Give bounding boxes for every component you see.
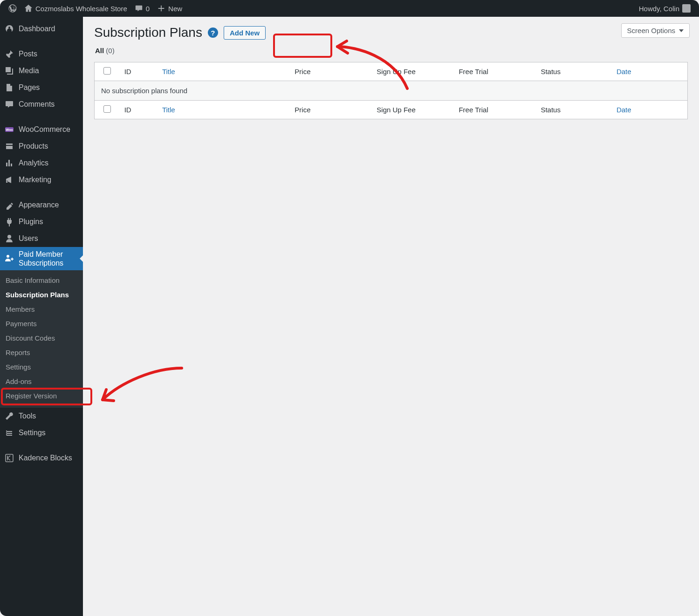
plugins-icon <box>5 217 14 226</box>
col-price: Price <box>290 62 372 81</box>
sidebar-item-users[interactable]: Users <box>0 230 83 247</box>
woocommerce-icon: Woo <box>5 125 14 134</box>
sidebar-item-label: Media <box>19 67 39 75</box>
empty-message: No subscription plans found <box>95 81 688 101</box>
submenu-item-members[interactable]: Members <box>0 302 83 316</box>
submenu-item-basic-info[interactable]: Basic Information <box>0 273 83 287</box>
home-icon <box>24 4 33 13</box>
sidebar-item-label: Plugins <box>19 218 43 226</box>
admin-bar: Cozmoslabs Wholesale Store 0 New Howdy, … <box>0 0 699 17</box>
sidebar-item-dashboard[interactable]: Dashboard <box>0 21 83 37</box>
sidebar-item-media[interactable]: Media <box>0 62 83 79</box>
screen-options-button[interactable]: Screen Options <box>621 23 690 38</box>
sidebar-item-plugins[interactable]: Plugins <box>0 213 83 230</box>
analytics-icon <box>5 158 14 168</box>
submenu-item-register-version[interactable]: Register Version <box>0 389 83 403</box>
subscription-plans-table: ID Title Price Sign Up Fee Free Trial St… <box>94 62 688 119</box>
products-icon <box>5 142 14 151</box>
sidebar-item-label: Dashboard <box>19 25 55 33</box>
sidebar-item-posts[interactable]: Posts <box>0 46 83 62</box>
submenu-item-payments[interactable]: Payments <box>0 316 83 331</box>
sidebar-item-settings[interactable]: Settings <box>0 424 83 441</box>
sidebar-item-comments[interactable]: Comments <box>0 96 83 113</box>
sidebar-item-woocommerce[interactable]: Woo WooCommerce <box>0 121 83 138</box>
media-icon <box>5 66 14 75</box>
plus-icon <box>157 4 165 13</box>
sidebar-item-tools[interactable]: Tools <box>0 408 83 424</box>
settings-icon <box>5 428 14 438</box>
main-content: Screen Options Subscription Plans ? Add … <box>83 17 699 616</box>
sidebar-item-label: Products <box>19 142 48 151</box>
col-date[interactable]: Date <box>612 62 688 81</box>
filter-all-count: (0) <box>106 47 114 55</box>
add-new-button[interactable]: Add New <box>224 26 266 40</box>
svg-text:Woo: Woo <box>6 128 13 131</box>
sidebar-submenu: Basic Information Subscription Plans Mem… <box>0 270 83 408</box>
select-all-checkbox-footer[interactable] <box>103 105 111 113</box>
new-content-link[interactable]: New <box>153 0 186 17</box>
avatar <box>682 4 691 13</box>
wordpress-icon <box>8 4 17 13</box>
sidebar-item-label: Pages <box>19 83 40 92</box>
users-icon <box>5 234 14 243</box>
page-header: Subscription Plans ? Add New <box>94 25 688 40</box>
howdy-text: Howdy, Colin <box>639 5 679 13</box>
dashboard-icon <box>5 24 14 34</box>
submenu-item-reports[interactable]: Reports <box>0 345 83 360</box>
sidebar-item-label: Users <box>19 234 38 243</box>
chevron-down-icon <box>679 29 684 32</box>
sidebar-item-label: Appearance <box>19 201 59 209</box>
admin-sidebar: Dashboard Posts Media Pages Comments Woo… <box>0 17 83 616</box>
filter-all-label: All <box>95 47 104 55</box>
page-title: Subscription Plans <box>94 25 202 40</box>
empty-row: No subscription plans found <box>95 81 688 101</box>
comments-count: 0 <box>146 5 150 13</box>
sidebar-item-analytics[interactable]: Analytics <box>0 155 83 171</box>
sidebar-item-pms[interactable]: Paid Member Subscriptions <box>0 247 83 270</box>
new-label: New <box>168 5 182 13</box>
col-trial: Free Trial <box>454 62 536 81</box>
site-name-link[interactable]: Cozmoslabs Wholesale Store <box>21 0 131 17</box>
pin-icon <box>5 49 14 59</box>
comments-link[interactable]: 0 <box>131 0 153 17</box>
submenu-item-settings[interactable]: Settings <box>0 360 83 374</box>
select-all-checkbox[interactable] <box>103 67 111 75</box>
sidebar-item-label: Settings <box>19 429 46 437</box>
screen-options-label: Screen Options <box>627 27 675 34</box>
appearance-icon <box>5 200 14 210</box>
sidebar-item-label: Analytics <box>19 159 48 167</box>
comment-icon <box>135 4 143 13</box>
sidebar-item-products[interactable]: Products <box>0 138 83 155</box>
submenu-item-subscription-plans[interactable]: Subscription Plans <box>0 287 83 302</box>
wp-logo[interactable] <box>5 0 21 17</box>
my-account-link[interactable]: Howdy, Colin <box>635 0 694 17</box>
kadence-icon <box>5 453 14 463</box>
sidebar-item-label: Posts <box>19 50 37 58</box>
sidebar-item-appearance[interactable]: Appearance <box>0 197 83 213</box>
comment-icon <box>5 100 14 109</box>
sidebar-item-label: WooCommerce <box>19 125 70 134</box>
help-icon[interactable]: ? <box>208 27 218 38</box>
page-icon <box>5 83 14 92</box>
sidebar-item-kadence[interactable]: Kadence Blocks <box>0 450 83 466</box>
sidebar-item-label: Tools <box>19 412 36 420</box>
col-title[interactable]: Title <box>158 62 290 81</box>
sidebar-item-label: Comments <box>19 100 55 109</box>
site-name-label: Cozmoslabs Wholesale Store <box>35 5 127 13</box>
col-id: ID <box>120 62 158 81</box>
list-filter[interactable]: All (0) <box>95 47 688 55</box>
svg-rect-2 <box>6 454 13 462</box>
sidebar-item-label: Paid Member Subscriptions <box>19 250 78 267</box>
col-signup: Sign Up Fee <box>372 62 454 81</box>
submenu-item-discount-codes[interactable]: Discount Codes <box>0 331 83 345</box>
sidebar-item-marketing[interactable]: Marketing <box>0 171 83 188</box>
tools-icon <box>5 411 14 421</box>
pms-icon <box>5 254 14 263</box>
col-status: Status <box>536 62 612 81</box>
submenu-item-addons[interactable]: Add-ons <box>0 374 83 389</box>
sidebar-item-label: Kadence Blocks <box>19 454 72 462</box>
sidebar-item-pages[interactable]: Pages <box>0 79 83 96</box>
megaphone-icon <box>5 175 14 185</box>
sidebar-item-label: Marketing <box>19 176 51 184</box>
